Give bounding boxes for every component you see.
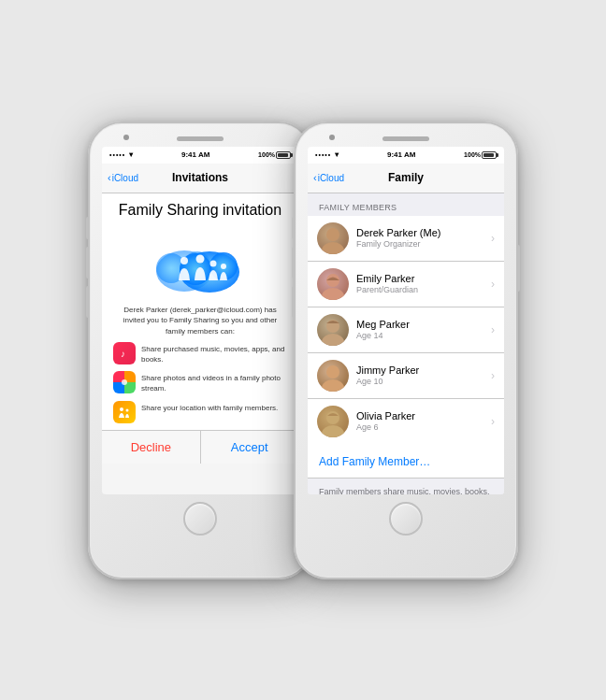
volume-up-button-right[interactable] bbox=[292, 247, 295, 279]
olivia-role: Age 6 bbox=[356, 422, 491, 432]
svg-point-7 bbox=[196, 255, 205, 264]
music-note-svg: ♪ bbox=[118, 347, 131, 360]
member-row-emily[interactable]: Emily Parker Parent/Guardian › bbox=[308, 262, 504, 307]
nav-title-left: Invitations bbox=[172, 171, 228, 184]
phone-top-right bbox=[296, 123, 516, 141]
phones-container: ••••• ▾ 9:41 AM 100% ‹ iCloud Invitation… bbox=[88, 121, 518, 579]
svg-point-11 bbox=[122, 379, 127, 385]
derek-name: Derek Parker (Me) bbox=[356, 227, 491, 238]
member-row-olivia[interactable]: Olivia Parker Age 6 › bbox=[308, 399, 504, 444]
left-screen-content: Family Sharing invitation bbox=[102, 193, 298, 430]
member-row-jimmy[interactable]: Jimmy Parker Age 10 › bbox=[308, 353, 504, 399]
music-icon: ♪ bbox=[113, 342, 136, 364]
status-bar-right: ••••• ▾ 9:41 AM 100% bbox=[308, 147, 504, 164]
feature-family-text: Share your location with family members. bbox=[141, 401, 278, 413]
signal-area-left: ••••• ▾ bbox=[109, 150, 133, 159]
olivia-chevron: › bbox=[491, 415, 495, 428]
member-row-meg[interactable]: Meg Parker Age 14 › bbox=[308, 307, 504, 353]
jimmy-info: Jimmy Parker Age 10 bbox=[356, 364, 491, 386]
meg-chevron: › bbox=[491, 323, 495, 336]
family-svg bbox=[118, 406, 131, 419]
meg-avatar-svg bbox=[317, 314, 349, 346]
avatar-meg bbox=[317, 314, 349, 346]
svg-point-23 bbox=[322, 425, 344, 437]
svg-point-15 bbox=[322, 242, 344, 254]
battery-bar-right bbox=[482, 151, 497, 159]
members-list: Derek Parker (Me) Family Organizer › bbox=[308, 216, 504, 444]
signal-area-right: ••••• ▾ bbox=[315, 150, 339, 159]
invitation-title: Family Sharing invitation bbox=[102, 193, 298, 224]
olivia-name: Olivia Parker bbox=[356, 410, 491, 421]
status-bar-left: ••••• ▾ 9:41 AM 100% bbox=[102, 147, 298, 164]
feature-list: ♪ Share purchased music, movies, apps, a… bbox=[102, 342, 298, 423]
svg-point-20 bbox=[326, 365, 339, 379]
meg-role: Age 14 bbox=[356, 331, 491, 340]
volume-down-button[interactable] bbox=[86, 286, 89, 318]
feature-photos: Share photos and videos in a family phot… bbox=[113, 371, 287, 393]
avatar-olivia bbox=[317, 406, 349, 437]
signal-dots-right: ••••• bbox=[315, 151, 331, 158]
phone-bottom-right bbox=[296, 494, 516, 547]
back-button-right[interactable]: ‹ iCloud bbox=[313, 172, 344, 183]
feature-music: ♪ Share purchased music, movies, apps, a… bbox=[113, 342, 287, 364]
derek-info: Derek Parker (Me) Family Organizer bbox=[356, 227, 491, 249]
battery-pct-right: 100% bbox=[464, 151, 481, 158]
photos-flower-svg bbox=[118, 376, 131, 389]
battery-left: 100% bbox=[258, 151, 291, 159]
feature-music-text: Share purchased music, movies, apps, and… bbox=[141, 342, 287, 364]
feature-photos-text: Share photos and videos in a family phot… bbox=[141, 371, 287, 393]
back-label-left: iCloud bbox=[112, 173, 138, 183]
svg-point-17 bbox=[322, 288, 344, 300]
derek-chevron: › bbox=[491, 232, 495, 245]
jimmy-role: Age 10 bbox=[356, 377, 491, 386]
wifi-icon-left: ▾ bbox=[129, 150, 133, 159]
battery-right: 100% bbox=[464, 151, 497, 159]
volume-up-button[interactable] bbox=[86, 247, 89, 279]
battery-pct-left: 100% bbox=[258, 151, 275, 158]
emily-info: Emily Parker Parent/Guardian bbox=[356, 273, 491, 294]
jimmy-name: Jimmy Parker bbox=[356, 364, 491, 376]
nav-bar-left: ‹ iCloud Invitations bbox=[102, 164, 298, 193]
back-button-left[interactable]: ‹ iCloud bbox=[108, 172, 138, 183]
svg-point-9 bbox=[221, 264, 226, 269]
olivia-avatar-svg bbox=[317, 406, 349, 437]
mute-button-right[interactable] bbox=[292, 217, 295, 239]
svg-point-14 bbox=[326, 228, 339, 241]
time-left: 9:41 AM bbox=[181, 150, 209, 159]
family-members-header: FAMILY MEMBERS bbox=[308, 193, 504, 216]
screen-left: ••••• ▾ 9:41 AM 100% ‹ iCloud Invitation… bbox=[102, 147, 298, 494]
back-label-right: iCloud bbox=[318, 173, 344, 183]
nav-title-right: Family bbox=[388, 171, 424, 184]
jimmy-avatar-svg bbox=[317, 360, 349, 392]
family-icon bbox=[113, 401, 136, 423]
member-row-derek[interactable]: Derek Parker (Me) Family Organizer › bbox=[308, 216, 504, 262]
avatar-jimmy bbox=[317, 360, 349, 392]
volume-down-button-right[interactable] bbox=[292, 286, 295, 318]
battery-bar-left bbox=[276, 151, 291, 159]
front-camera-left bbox=[123, 135, 129, 140]
decline-button[interactable]: Decline bbox=[102, 431, 200, 464]
power-button-right[interactable] bbox=[517, 245, 520, 292]
add-member-section[interactable]: Add Family Member… bbox=[308, 444, 504, 479]
home-button-left[interactable] bbox=[183, 502, 217, 536]
phone-top-left bbox=[90, 123, 310, 141]
back-chevron-left: ‹ bbox=[108, 172, 111, 183]
front-camera-right bbox=[329, 135, 335, 140]
feature-family: Share your location with family members. bbox=[113, 401, 287, 423]
emily-role: Parent/Guardian bbox=[356, 285, 491, 294]
svg-point-13 bbox=[126, 408, 129, 411]
mute-button[interactable] bbox=[86, 217, 89, 239]
family-cloud-svg bbox=[149, 229, 252, 299]
svg-point-19 bbox=[322, 334, 344, 346]
action-bar: Decline Accept bbox=[102, 430, 298, 464]
svg-text:♪: ♪ bbox=[121, 349, 125, 359]
avatar-derek bbox=[317, 222, 349, 254]
emily-name: Emily Parker bbox=[356, 273, 491, 284]
phone-right: ••••• ▾ 9:41 AM 100% ‹ iCloud Family bbox=[294, 121, 518, 579]
svg-point-8 bbox=[210, 261, 217, 267]
accept-button[interactable]: Accept bbox=[200, 431, 298, 464]
nav-bar-right: ‹ iCloud Family bbox=[308, 164, 504, 193]
time-right: 9:41 AM bbox=[387, 150, 415, 159]
derek-role: Family Organizer bbox=[356, 239, 491, 249]
home-button-right[interactable] bbox=[389, 502, 423, 536]
